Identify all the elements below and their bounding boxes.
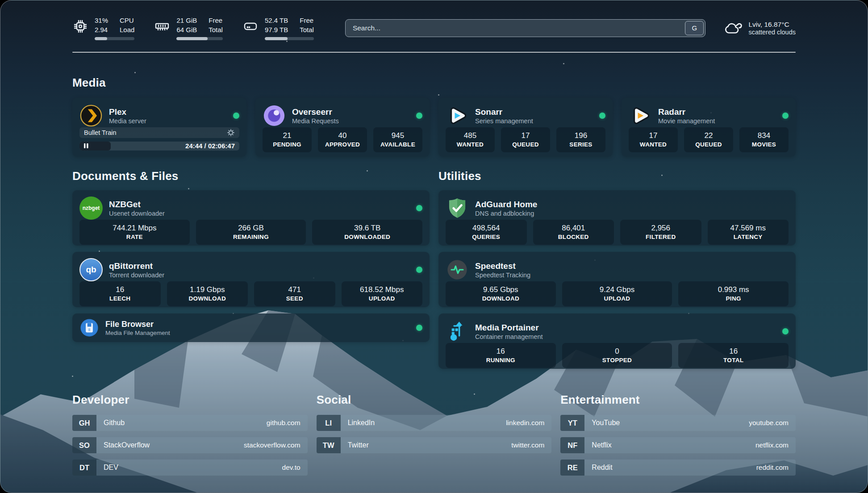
stat-queued: 17QUEUED [501, 127, 550, 152]
stat-ping: 0.993 msPING [678, 281, 789, 306]
link-twitter[interactable]: TW Twitter twitter.com [317, 437, 552, 453]
app-title: Sonarr [475, 107, 593, 117]
stat-series: 196SERIES [556, 127, 605, 152]
link-name: LinkedIn [348, 419, 375, 427]
app-card-overseerr[interactable]: Overseerr Media Requests 21PENDING 40APP… [255, 98, 430, 157]
stat-available: 945AVAILABLE [373, 127, 422, 152]
section-title-media: Media [72, 76, 796, 90]
link-linkedin[interactable]: LI LinkedIn linkedin.com [317, 415, 552, 431]
app-card-speedtest[interactable]: Speedtest Speedtest Tracking 9.65 GbpsDO… [438, 252, 796, 307]
search-engine-button[interactable]: G [685, 21, 704, 35]
ram-total: 64 GiB [176, 25, 197, 34]
link-url: twitter.com [511, 441, 544, 449]
search-bar: G [345, 19, 706, 37]
link-url: linkedin.com [506, 419, 544, 427]
link-abbr: NF [560, 437, 584, 453]
app-card-adguard[interactable]: AdGuard Home DNS and adblocking 498,564Q… [438, 190, 796, 246]
link-abbr: LI [317, 415, 341, 431]
link-github[interactable]: GH Github github.com [72, 415, 308, 431]
overseerr-logo-icon [263, 104, 286, 127]
stat-leech: 16LEECH [79, 281, 161, 306]
plex-logo-icon [79, 104, 103, 127]
status-online-dot [416, 205, 422, 211]
settings-icon[interactable] [227, 129, 235, 137]
disk-widget: 52.4 TB97.9 TB FreeTotal [242, 16, 314, 40]
weather-location-temp: Lviv, 16.87°C [748, 21, 796, 29]
pause-icon[interactable] [83, 143, 89, 149]
status-online-dot [416, 113, 422, 119]
cpu-progress-track [95, 37, 134, 40]
playback-progress-bar[interactable]: 24:44 / 02:06:47 [79, 142, 239, 150]
status-online-dot [416, 325, 422, 331]
link-name: DEV [104, 464, 118, 472]
link-name: Twitter [348, 441, 369, 449]
app-card-plex[interactable]: Plex Media server Bullet Train [72, 98, 246, 157]
ram-label-free: Free [209, 16, 223, 25]
link-abbr: SO [72, 437, 96, 453]
stat-upload: 9.24 GbpsUPLOAD [562, 281, 672, 306]
app-card-nzbget[interactable]: nzbget NZBGet Usenet downloader 744.21 M… [72, 190, 430, 246]
search-input[interactable] [345, 19, 706, 37]
status-online-dot [416, 267, 422, 273]
link-netflix[interactable]: NF Netflix netflix.com [560, 437, 796, 453]
disk-label-total: Total [300, 25, 314, 34]
stat-filtered: 2,956FILTERED [620, 220, 701, 245]
link-stackoverflow[interactable]: SO StackOverflow stackoverflow.com [72, 437, 308, 453]
ram-progress-track [176, 37, 223, 40]
app-card-sonarr[interactable]: Sonarr Series management 485WANTED 17QUE… [438, 98, 613, 157]
filebrowser-logo-icon [79, 318, 99, 338]
sonarr-logo-icon [446, 104, 469, 127]
app-card-filebrowser[interactable]: File Browser Media File Management [72, 313, 430, 342]
stat-blocked: 86,401BLOCKED [533, 220, 614, 245]
disk-drive-icon [242, 18, 259, 34]
adguard-logo-icon [446, 196, 469, 220]
weather-condition: scattered clouds [748, 29, 796, 36]
stat-stopped: 0STOPPED [562, 343, 672, 368]
stat-download: 1.19 GbpsDOWNLOAD [167, 281, 248, 306]
media-cards-row: Plex Media server Bullet Train [72, 98, 796, 157]
now-playing-row: Bullet Train [79, 127, 239, 138]
section-title-entertainment: Entertainment [560, 393, 796, 407]
stat-download: 9.65 GbpsDOWNLOAD [446, 281, 556, 306]
app-title: Speedtest [475, 261, 789, 272]
link-youtube[interactable]: YT YouTube youtube.com [560, 415, 796, 431]
stat-pending: 21PENDING [263, 127, 312, 152]
link-url: github.com [267, 419, 300, 427]
app-title: AdGuard Home [475, 199, 789, 210]
link-abbr: DT [72, 460, 96, 476]
app-title: Overseerr [292, 107, 410, 117]
playback-progress-fill [79, 142, 111, 150]
stat-latency: 47.569 msLATENCY [708, 220, 789, 245]
app-card-radarr[interactable]: Radarr Movie management 17WANTED 22QUEUE… [622, 98, 796, 157]
link-reddit[interactable]: RE Reddit reddit.com [560, 460, 796, 476]
app-subtitle: Media server [109, 117, 227, 125]
entertainment-section: Entertainment YT YouTube youtube.com NF … [560, 393, 796, 482]
ram-memory-icon [154, 18, 170, 34]
app-card-qbittorrent[interactable]: qb qBittorrent Torrent downloader 16LEEC… [72, 252, 430, 307]
app-title: NZBGet [109, 199, 410, 210]
app-subtitle: Movie management [658, 117, 776, 125]
playback-time: 24:44 / 02:06:47 [185, 142, 235, 150]
social-section: Social LI LinkedIn linkedin.com TW Twitt… [317, 393, 552, 482]
app-card-portainer[interactable]: Media Portainer Container management 16R… [438, 313, 796, 369]
link-abbr: YT [560, 415, 584, 431]
cpu-loadavg: 2.94 [95, 25, 108, 34]
disk-label-free: Free [300, 16, 314, 25]
link-dev[interactable]: DT DEV dev.to [72, 460, 308, 476]
section-title-developer: Developer [72, 393, 308, 407]
status-online-dot [233, 113, 239, 119]
app-subtitle: Series management [475, 117, 593, 125]
ram-label-total: Total [209, 25, 223, 34]
ram-free: 21 GiB [176, 16, 197, 25]
qbittorrent-logo-icon: qb [79, 258, 103, 281]
link-name: Netflix [592, 441, 611, 449]
app-title: Radarr [658, 107, 776, 117]
app-subtitle: Usenet downloader [109, 210, 410, 217]
link-abbr: GH [72, 415, 96, 431]
nzbget-logo-icon: nzbget [79, 196, 103, 220]
link-url: stackoverflow.com [244, 441, 300, 449]
cpu-chip-icon [72, 18, 88, 34]
stat-movies: 834MOVIES [739, 127, 789, 152]
disk-progress-fill [265, 37, 288, 40]
ram-progress-fill [176, 37, 207, 40]
